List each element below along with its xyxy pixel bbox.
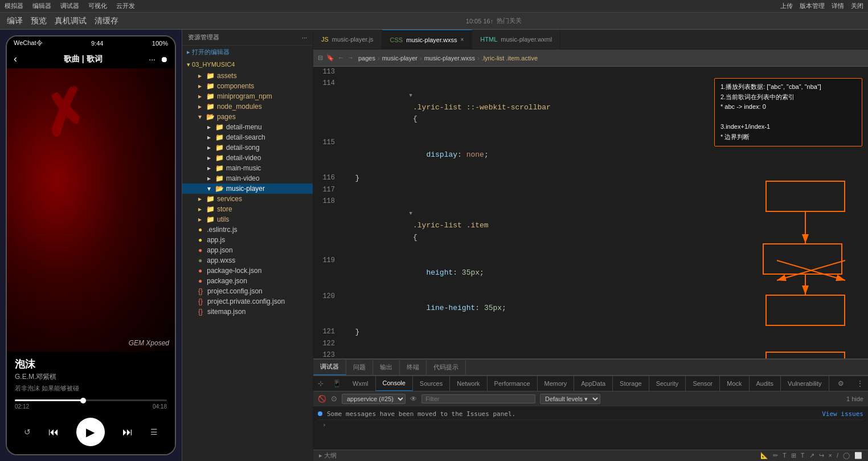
- clear-cache-btn[interactable]: 清缓存: [92, 15, 121, 27]
- appservice-select[interactable]: appservice (#25): [342, 394, 406, 404]
- devtools-inspect-icon[interactable]: ⊹: [313, 380, 328, 387]
- file-appwxss[interactable]: ● app.wxss: [182, 255, 313, 266]
- forward-icon[interactable]: →: [347, 54, 354, 62]
- breadcrumb-selector[interactable]: .lyric-list .item.active: [482, 55, 538, 62]
- file-item-utils[interactable]: ▸ 📁 utils: [182, 214, 313, 225]
- bottom-icon-5[interactable]: T: [801, 452, 805, 459]
- file-item-main-video[interactable]: ▸ 📁 main-video: [182, 173, 313, 183]
- file-item-detail-menu[interactable]: ▸ 📁 detail-menu: [182, 122, 313, 132]
- console-eye-icon[interactable]: 👁: [410, 395, 417, 403]
- file-tree-open-editors[interactable]: ▸ 打开的编辑器: [182, 46, 313, 59]
- file-item-music-player[interactable]: ▾ 📂 music-player: [182, 183, 313, 194]
- bottom-icon-8[interactable]: ×: [829, 452, 832, 459]
- devtab-debugger[interactable]: 调试器: [313, 360, 346, 376]
- file-item-store[interactable]: ▸ 📁 store: [182, 204, 313, 214]
- phone-progress[interactable]: 02:12 04:18: [7, 396, 175, 413]
- file-item-services[interactable]: ▸ 📁 services: [182, 194, 313, 204]
- bottom-icon-4[interactable]: ⊞: [791, 452, 796, 459]
- chrome-tab-memory[interactable]: Memory: [538, 376, 575, 391]
- devtab-hints[interactable]: 代码提示: [427, 360, 466, 376]
- file-appjson[interactable]: ● app.json: [182, 245, 313, 255]
- console-clear-btn[interactable]: 🚫: [318, 395, 326, 403]
- file-item-detail-search[interactable]: ▸ 📁 detail-search: [182, 132, 313, 142]
- devtab-issues[interactable]: 问题: [346, 360, 373, 376]
- tab-wxml[interactable]: HTML music-player.wxml: [472, 30, 560, 50]
- bottom-icon-10[interactable]: ◯: [843, 452, 850, 459]
- devtab-output[interactable]: 输出: [373, 360, 400, 376]
- phone-play-btn[interactable]: ▶: [76, 418, 105, 446]
- menu-cloud[interactable]: 云开发: [116, 2, 135, 10]
- breadcrumb-music-player[interactable]: music-player: [382, 55, 417, 62]
- phone-back-btn[interactable]: ‹: [14, 53, 17, 65]
- phone-record-icon[interactable]: ⏺: [160, 55, 168, 64]
- file-item-main-music[interactable]: ▸ 📁 main-music: [182, 163, 313, 173]
- compile-btn[interactable]: 编译: [5, 15, 25, 27]
- preview-btn[interactable]: 预览: [28, 15, 49, 27]
- bottom-icon-7[interactable]: ↪: [819, 452, 824, 459]
- chrome-tab-security[interactable]: Security: [649, 376, 686, 391]
- phone-next-btn[interactable]: ⏭: [122, 426, 133, 438]
- bottom-icon-6[interactable]: ↗: [809, 452, 814, 459]
- tab-js[interactable]: JS music-player.js: [313, 30, 382, 50]
- file-proj-config[interactable]: {} project.config.json: [182, 286, 313, 296]
- bottom-icon-2[interactable]: ✏: [773, 452, 778, 459]
- file-tree-root[interactable]: ▾ 03_HYMUSIC4: [182, 59, 313, 71]
- chrome-tab-network[interactable]: Network: [450, 376, 487, 391]
- chrome-tab-console[interactable]: Console: [376, 376, 413, 391]
- file-item-detail-video[interactable]: ▸ 📁 detail-video: [182, 153, 313, 163]
- chrome-tab-sources[interactable]: Sources: [413, 376, 450, 391]
- chrome-tab-sensor[interactable]: Sensor: [686, 376, 720, 391]
- tab-wxss[interactable]: CSS music-player.wxss ×: [382, 30, 473, 50]
- file-pkg-lock[interactable]: ● package-lock.json: [182, 266, 313, 276]
- file-pkg[interactable]: ● package.json: [182, 276, 313, 286]
- console-filter-icon[interactable]: ⊙: [331, 394, 337, 403]
- menu-close-app[interactable]: 关闭: [851, 2, 863, 10]
- file-sitemap[interactable]: {} sitemap.json: [182, 307, 313, 317]
- chrome-tab-wxml[interactable]: Wxml: [346, 376, 376, 391]
- menu-debugger[interactable]: 调试器: [60, 2, 79, 10]
- menu-details[interactable]: 详情: [832, 2, 844, 10]
- chrome-tab-storage[interactable]: Storage: [613, 376, 649, 391]
- file-item-assets[interactable]: ▸ 📁 assets: [182, 71, 313, 81]
- breadcrumb-pages[interactable]: pages: [358, 55, 375, 62]
- phone-repeat-btn[interactable]: ↺: [24, 427, 31, 436]
- bottom-icon-1[interactable]: 📐: [760, 452, 768, 459]
- console-levels-select[interactable]: Default levels ▾: [540, 394, 600, 404]
- file-eslintrc[interactable]: ● .eslintrc.js: [182, 225, 313, 235]
- chrome-tab-performance[interactable]: Performance: [488, 376, 538, 391]
- file-tree-more[interactable]: ···: [302, 34, 307, 41]
- tab-wxss-close[interactable]: ×: [460, 36, 464, 43]
- bookmark-icon[interactable]: 🔖: [326, 54, 334, 62]
- chrome-tab-audits[interactable]: Audits: [750, 376, 781, 391]
- bottom-icon-9[interactable]: /: [837, 452, 838, 459]
- menu-upload[interactable]: 上传: [780, 2, 793, 10]
- devtab-terminal[interactable]: 终端: [400, 360, 427, 376]
- file-item-components[interactable]: ▸ 📁 components: [182, 81, 313, 91]
- console-filter-input[interactable]: [421, 394, 535, 403]
- menu-visualize[interactable]: 可视化: [88, 2, 107, 10]
- file-appjs[interactable]: ● app.js: [182, 235, 313, 245]
- chrome-tab-mock[interactable]: Mock: [720, 376, 749, 391]
- split-icon[interactable]: ⊟: [318, 54, 323, 62]
- devtools-dock-icon[interactable]: ⋮: [852, 380, 868, 387]
- chrome-tab-appdata[interactable]: AppData: [574, 376, 613, 391]
- chrome-tab-vuln[interactable]: Vulnerability: [781, 376, 829, 391]
- bottom-icon-11[interactable]: ⬜: [854, 452, 862, 459]
- file-item-detail-song[interactable]: ▸ 📁 detail-song: [182, 142, 313, 153]
- phone-more-icon[interactable]: ···: [149, 55, 155, 64]
- back-icon[interactable]: ←: [338, 54, 344, 62]
- phone-prev-btn[interactable]: ⏮: [48, 426, 59, 438]
- menu-editor[interactable]: 编辑器: [32, 2, 51, 10]
- file-item-pages[interactable]: ▾ 📂 pages: [182, 112, 313, 122]
- devtools-device-icon[interactable]: 📱: [328, 380, 346, 387]
- menu-simulator[interactable]: 模拟器: [5, 2, 23, 10]
- view-issues-link[interactable]: View issues: [822, 410, 863, 418]
- breadcrumb-wxss[interactable]: music-player.wxss: [424, 55, 475, 62]
- file-item-miniprogram[interactable]: ▸ 📁 miniprogram_npm: [182, 91, 313, 101]
- real-debug-btn[interactable]: 真机调试: [52, 15, 89, 27]
- file-proj-private[interactable]: {} project.private.config.json: [182, 296, 313, 307]
- phone-list-btn[interactable]: ☰: [150, 427, 158, 436]
- menu-version[interactable]: 版本管理: [800, 2, 825, 10]
- code-editor[interactable]: 113 114 ▾ .lyric-list ::-webkit-scrollba…: [313, 67, 868, 358]
- devtools-settings-icon[interactable]: ⚙: [833, 380, 849, 387]
